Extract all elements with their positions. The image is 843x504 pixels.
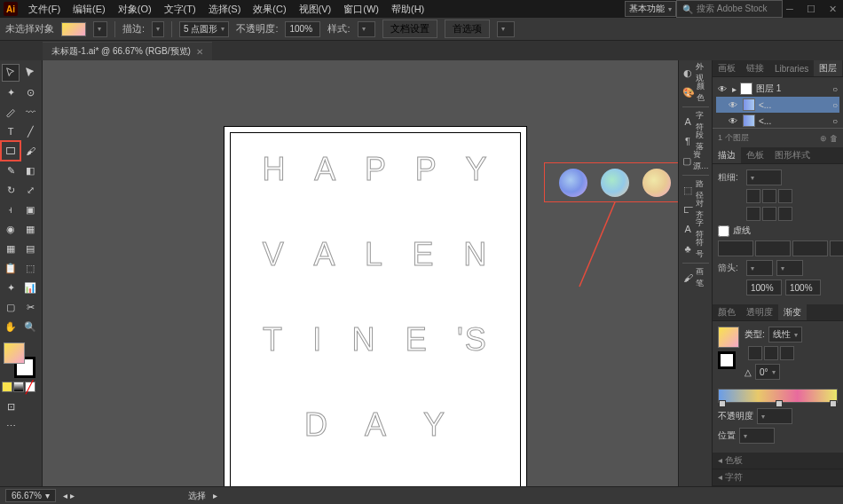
menu-file[interactable]: 文件(F) [23,1,66,18]
window-minimize[interactable]: ─ [783,4,797,15]
menu-type[interactable]: 文字(T) [159,1,201,18]
grad-stroke-3[interactable] [780,346,794,360]
blend-tool[interactable]: ⬚ [21,259,39,277]
pen-tool[interactable] [2,103,20,121]
visibility-icon[interactable]: 👁 [729,100,739,110]
eyedropper-tool[interactable]: 📋 [2,259,20,277]
gradient-angle[interactable]: 0° [755,364,780,380]
fill-stroke-indicator[interactable] [2,343,37,378]
tab-stroke[interactable]: 描边 [713,147,741,163]
symbol-sprayer-tool[interactable]: ✦ [2,279,20,296]
tab-libraries[interactable]: Libraries [769,62,814,75]
workspace-selector[interactable]: 基本功能 [625,1,676,17]
selection-tool[interactable] [2,64,20,82]
strip-symbols[interactable]: ♣符号 [681,240,711,257]
artboard-tool[interactable]: ▢ [2,298,20,316]
free-transform-tool[interactable]: ▣ [21,201,39,218]
curvature-tool[interactable]: 〰 [21,103,39,121]
preferences-button[interactable]: 首选项 [445,20,490,38]
gradient-circle-1[interactable] [559,169,587,197]
gradient-circle-3[interactable] [642,169,671,197]
scale-input[interactable]: 100% [746,280,782,295]
stroke-weight-input[interactable] [746,169,782,185]
menu-effect[interactable]: 效果(C) [248,1,291,18]
tab-links[interactable]: 链接 [741,60,769,76]
style-dropdown[interactable] [358,21,375,37]
arrow-start[interactable] [746,260,773,276]
document-setup-button[interactable]: 文档设置 [382,20,437,38]
opacity-input[interactable]: 100% [285,21,320,37]
magic-wand-tool[interactable]: ✦ [2,83,20,101]
stroke-weight-dropdown[interactable]: 5 点圆形 [179,21,229,37]
menu-select[interactable]: 选择(S) [203,1,247,18]
strip-pathfinder[interactable]: ⬚路径 [681,181,711,199]
visibility-icon[interactable]: 👁 [718,84,729,94]
tab-transparency[interactable]: 透明度 [741,304,778,320]
grad-position[interactable] [739,428,775,444]
fill-color[interactable] [4,343,25,364]
line-tool[interactable]: ╱ [21,122,39,140]
cap-round[interactable] [762,189,776,203]
cap-square[interactable] [778,189,792,203]
window-close[interactable]: ✕ [825,4,839,15]
scale-tool[interactable]: ⤢ [21,181,39,199]
type-tool[interactable]: T [2,122,20,140]
strip-brushes[interactable]: 🖌画笔 [681,269,711,287]
corner-miter[interactable] [746,207,760,221]
shape-builder-tool[interactable]: ◉ [2,220,20,238]
rotate-tool[interactable]: ↻ [2,181,20,199]
gradient-circle-2[interactable] [601,169,629,197]
gradient-slider[interactable] [718,389,838,403]
menu-view[interactable]: 视图(V) [294,1,337,18]
strip-character2[interactable]: A字符 [681,220,711,238]
color-mode-buttons[interactable]: ╱ [2,382,40,392]
tab-swatches[interactable]: 色板 [741,147,769,163]
mesh-tool[interactable]: ▦ [2,240,20,257]
gradient-type[interactable]: 线性 [768,327,802,343]
visibility-icon[interactable]: 👁 [729,116,739,126]
strip-assets[interactable]: ▢资源… [681,152,711,169]
screen-mode[interactable]: ⊡ [2,398,20,415]
tab-color[interactable]: 颜色 [713,304,741,320]
rectangle-tool[interactable] [2,142,20,160]
arrow-end[interactable] [776,260,803,276]
gradient-preview[interactable] [718,327,739,348]
edit-toolbar[interactable]: ⋯ [2,417,20,435]
tab-gradient[interactable]: 渐变 [778,304,807,320]
layer-row[interactable]: 👁▸图层 1○ [716,81,839,97]
menu-edit[interactable]: 编辑(E) [67,1,111,18]
grad-opacity[interactable] [757,408,792,424]
width-tool[interactable]: ⫞ [2,201,20,218]
eraser-tool[interactable]: ◧ [21,161,39,179]
paintbrush-tool[interactable]: 🖌 [21,142,39,160]
cap-butt[interactable] [746,189,760,203]
document-tab[interactable]: 未标题-1.ai* @ 66.67% (RGB/预览) ✕ [43,42,212,60]
tab-artboards[interactable]: 画板 [713,60,741,76]
menu-window[interactable]: 窗口(W) [338,1,384,18]
corner-round[interactable] [762,207,776,221]
grad-stroke-2[interactable] [764,346,778,360]
menu-object[interactable]: 对象(O) [113,1,157,18]
layer-row[interactable]: 👁<...○ [716,97,839,113]
corner-bevel[interactable] [778,207,792,221]
gradient-tool[interactable]: ▤ [21,240,39,257]
perspective-grid-tool[interactable]: ▦ [21,220,39,238]
tab-layers[interactable]: 图层 [814,60,842,76]
slice-tool[interactable]: ✂ [21,298,39,316]
tab-character2[interactable]: ◂ 字符 [713,469,748,485]
grad-stroke-1[interactable] [748,346,762,360]
tab-graphic-styles[interactable]: 图形样式 [769,147,815,163]
strip-color[interactable]: 🎨颜色 [681,83,711,101]
fill-dropdown[interactable] [93,21,107,37]
strip-paragraph[interactable]: ¶段落 [681,132,711,150]
column-graph-tool[interactable]: 📊 [21,279,39,296]
tab-swatches2[interactable]: ◂ 色板 [713,453,748,469]
search-input[interactable]: 🔍搜索 Adobe Stock [676,0,783,18]
prefs-dropdown[interactable] [497,21,515,37]
shaper-tool[interactable]: ✎ [2,161,20,179]
layer-row[interactable]: 👁<...○ [716,113,839,128]
window-maximize[interactable]: ☐ [804,4,818,15]
canvas[interactable]: HAPPY VALEN TINE'S DAY ! [43,60,678,486]
fill-swatch[interactable] [61,22,86,36]
menu-help[interactable]: 帮助(H) [386,1,429,18]
